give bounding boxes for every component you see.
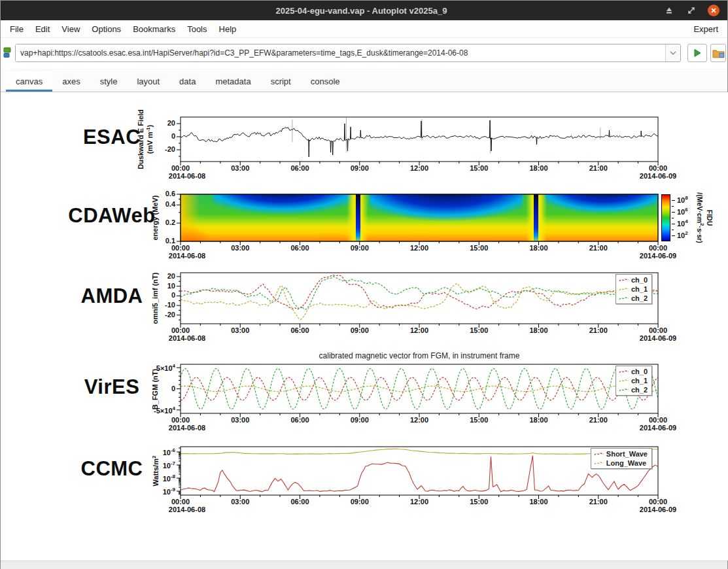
legend-line-sample: [619, 377, 629, 384]
colorbar-tick-label: 104: [677, 218, 688, 228]
plot-cdaweb[interactable]: [174, 194, 665, 249]
legend-ccmc[interactable]: Short_WaveLong_Wave: [591, 448, 652, 469]
y-tick-label: 0: [140, 291, 175, 299]
maximize-icon: [686, 5, 697, 16]
minimize-button[interactable]: [663, 5, 675, 16]
expert-mode-label[interactable]: Expert: [684, 22, 727, 37]
y-tick-label: 0.6: [140, 190, 175, 198]
legend-entry: ch_0: [619, 367, 648, 376]
tab-canvas[interactable]: canvas: [6, 71, 52, 92]
x-axis-start-date: 2014-06-08: [165, 334, 209, 342]
legend-amda[interactable]: ch_0ch_1ch_2: [615, 274, 652, 304]
legend-line-sample: [619, 368, 629, 375]
menu-item-edit[interactable]: Edit: [29, 22, 56, 37]
menu-item-bookmarks[interactable]: Bookmarks: [127, 22, 181, 37]
tab-layout[interactable]: layout: [127, 71, 169, 92]
tab-metadata[interactable]: metadata: [205, 71, 260, 92]
maximize-button[interactable]: [685, 5, 697, 16]
y-tick-label: -5×104: [140, 405, 175, 415]
legend-entry: ch_2: [619, 294, 648, 303]
x-axis-end-date: 2014-06-09: [636, 252, 680, 260]
x-axis-start-date: 2014-06-08: [165, 506, 209, 513]
legend-entry: ch_2: [619, 385, 648, 394]
tab-style[interactable]: style: [90, 71, 128, 92]
go-button[interactable]: [687, 44, 707, 62]
y-tick-label: 10-7: [140, 460, 175, 470]
plot-amda[interactable]: [174, 272, 665, 331]
menu-item-options[interactable]: Options: [86, 22, 127, 37]
y-tick-label: 10-8: [140, 474, 175, 483]
y-tick-label: 5×104: [140, 363, 175, 372]
play-icon: [693, 48, 702, 58]
legend-line-sample: [619, 277, 629, 283]
legend-label: ch_0: [631, 367, 648, 376]
folder-icon: [712, 48, 725, 58]
chevron-down-icon: [670, 50, 676, 56]
x-axis-start-date: 2014-06-08: [165, 424, 209, 432]
legend-line-sample: [594, 451, 604, 457]
minimize-icon: [664, 5, 674, 16]
colorbar-tick-label: 102: [677, 230, 688, 239]
y-tick-label: 10-6: [140, 447, 175, 457]
x-axis-start-date: 2014-06-08: [165, 252, 209, 260]
y-tick-label: 0: [140, 385, 175, 392]
colorbar-tick-label: 106: [677, 207, 688, 216]
y-tick-label: 20: [140, 119, 175, 127]
y-tick-label: 10: [140, 282, 175, 290]
close-button[interactable]: ✕: [708, 5, 719, 16]
plot-esac[interactable]: [174, 116, 665, 169]
x-axis-start-date: 2014-06-08: [165, 172, 209, 180]
legend-label: Long_Wave: [606, 458, 646, 468]
tab-data[interactable]: data: [169, 71, 205, 92]
colorbar-tick: [672, 224, 675, 224]
legend-line-sample: [619, 286, 629, 292]
y-tick-label: 0: [140, 132, 175, 140]
menu-item-view[interactable]: View: [56, 22, 86, 37]
y-tick-label: -20: [140, 311, 175, 319]
uri-combobox: [15, 44, 681, 62]
plot-vires[interactable]: [174, 364, 665, 421]
inspect-uri-button[interactable]: [710, 44, 726, 62]
uri-input[interactable]: [16, 44, 665, 61]
colorbar-tick-label: 108: [677, 195, 688, 204]
x-axis-end-date: 2014-06-09: [636, 334, 680, 342]
y-tick-label: -20: [140, 145, 175, 153]
x-axis-end-date: 2014-06-09: [636, 506, 680, 513]
colorbar-minor-tick: [672, 230, 674, 230]
menu-item-tools[interactable]: Tools: [181, 22, 213, 37]
y-tick-label: 0.2: [140, 218, 175, 226]
autoplot-window: 2025-04-egu-vand.vap - Autoplot v2025a_9…: [0, 0, 728, 569]
legend-label: ch_1: [631, 284, 648, 294]
colorbar[interactable]: [661, 194, 670, 241]
legend-entry: Long_Wave: [594, 458, 648, 468]
window-buttons: ✕: [663, 5, 727, 16]
legend-entry: ch_1: [619, 284, 648, 294]
window-title: 2025-04-egu-vand.vap - Autoplot v2025a_9: [1, 6, 663, 16]
title-bar: 2025-04-egu-vand.vap - Autoplot v2025a_9…: [1, 1, 727, 20]
legend-entry: Short_Wave: [594, 449, 648, 458]
tab-script[interactable]: script: [261, 71, 301, 92]
legend-line-sample: [619, 387, 629, 393]
colorbar-minor-tick: [672, 218, 674, 218]
x-axis-end-date: 2014-06-09: [636, 172, 680, 180]
legend-label: Short_Wave: [606, 449, 648, 458]
close-icon: ✕: [710, 7, 716, 14]
colorbar-minor-tick: [672, 206, 674, 207]
legend-entry: ch_0: [619, 275, 648, 284]
legend-line-sample: [594, 460, 604, 466]
tab-console[interactable]: console: [301, 71, 350, 92]
legend-vires[interactable]: ch_0ch_1ch_2: [615, 366, 652, 396]
menu-item-file[interactable]: File: [4, 22, 29, 37]
menu-bar: FileEditViewOptionsBookmarksToolsHelpExp…: [1, 20, 727, 38]
y-tick-label: 10-9: [140, 487, 175, 496]
colorbar-tick: [672, 200, 675, 201]
y-tick-label: -10: [140, 301, 175, 309]
tab-bar: canvasaxesstylelayoutdatametadatascriptc…: [1, 69, 727, 92]
uri-dropdown-button[interactable]: [665, 44, 680, 61]
legend-label: ch_2: [631, 385, 648, 394]
colorbar-unit-label: FIDU/(MeV·cm2·s·sr): [696, 192, 713, 243]
tab-axes[interactable]: axes: [52, 71, 90, 92]
x-axis-end-date: 2014-06-09: [636, 424, 680, 432]
y-tick-label: 20: [140, 272, 175, 280]
menu-item-help[interactable]: Help: [213, 22, 243, 37]
